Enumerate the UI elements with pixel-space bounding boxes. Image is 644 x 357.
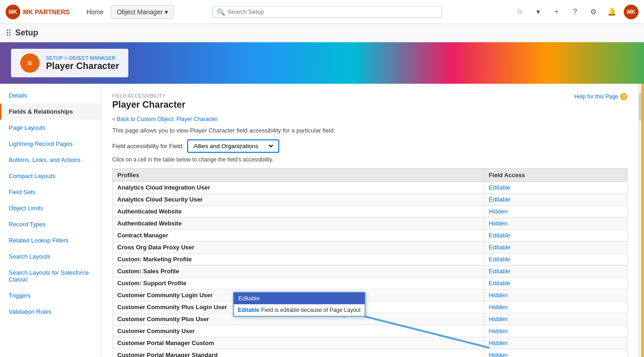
access-cell[interactable]: Editable — [484, 230, 627, 242]
access-link[interactable]: Hidden — [489, 220, 508, 227]
help-icon: ? — [620, 93, 627, 100]
access-link[interactable]: Hidden — [489, 328, 508, 334]
nav-object-manager[interactable]: Object Manager ▾ — [111, 5, 174, 19]
sidebar-item-details[interactable]: Details — [0, 87, 101, 104]
search-input[interactable] — [228, 8, 437, 15]
access-link[interactable]: Editable — [489, 244, 511, 251]
sidebar-item-lightning-record-pages[interactable]: Lightning Record Pages — [0, 136, 101, 152]
access-link[interactable]: Hidden — [489, 208, 508, 215]
field-dropdown[interactable]: Allies and Organizations — [187, 139, 279, 153]
table-row: Customer Portal Manager CustomHidden — [113, 337, 627, 349]
content-section-label: Field Accessibility — [112, 93, 627, 98]
access-link[interactable]: Hidden — [489, 351, 508, 357]
table-row: Authenticated WebsiteHidden — [113, 218, 627, 230]
field-dropdown-select[interactable]: Allies and Organizations — [192, 142, 275, 150]
access-link[interactable]: Editable — [489, 268, 511, 275]
org-name: MK PARTNERS — [23, 8, 70, 16]
content-area: Help for this Page ? Field Accessibility… — [101, 84, 638, 357]
user-avatar[interactable]: MK — [624, 5, 638, 19]
access-link[interactable]: Editable — [489, 196, 511, 203]
access-link[interactable]: Editable — [489, 184, 511, 191]
access-link[interactable]: Hidden — [489, 316, 508, 322]
access-cell[interactable]: Editable — [484, 194, 627, 206]
table-row: Customer Community Plus UserHidden — [113, 313, 627, 325]
yellow-accent-bar — [641, 84, 644, 357]
access-cell[interactable]: Editable — [484, 182, 627, 194]
profile-cell: Contract Manager — [113, 230, 484, 242]
field-access-label: Field accessibility for Field: — [112, 143, 184, 150]
access-cell[interactable]: Editable — [484, 253, 627, 265]
top-nav-icons: ☆ ▾ ＋ ? ⚙ 🔔 MK — [513, 5, 638, 19]
sidebar-item-search-layouts-classic[interactable]: Search Layouts for Salesforce Classic — [0, 265, 101, 288]
table-row: Customer Portal Manager StandardHidden — [113, 349, 627, 357]
setup-title: Setup — [15, 28, 38, 38]
notifications-icon[interactable]: 🔔 — [605, 6, 618, 18]
add-icon[interactable]: ＋ — [550, 6, 563, 18]
access-cell[interactable]: Hidden — [484, 337, 627, 349]
access-link[interactable]: Hidden — [489, 292, 508, 299]
table-row: Cross Org Data Proxy UserEditable — [113, 242, 627, 253]
access-cell[interactable]: Editable — [484, 277, 627, 289]
sidebar-item-page-layouts[interactable]: Page Layouts — [0, 120, 101, 136]
sidebar-item-related-lookup-filters[interactable]: Related Lookup Filters — [0, 232, 101, 248]
access-link[interactable]: Editable — [489, 280, 511, 287]
grid-icon[interactable]: ⠿ — [6, 28, 12, 38]
profile-cell: Customer Portal Manager Standard — [113, 349, 484, 357]
sidebar-item-compact-layouts[interactable]: Compact Layouts — [0, 168, 101, 184]
access-cell[interactable]: Hidden — [484, 289, 627, 301]
table-row: Customer Community Login UserHidden — [113, 289, 627, 301]
table-row: Contract ManagerEditable — [113, 230, 627, 242]
access-link[interactable]: Editable — [489, 256, 511, 263]
popup-tooltip: Editable Field is editable because of Pa… — [234, 304, 365, 316]
table-row: Analytics Cloud Security UserEditable — [113, 194, 627, 206]
profile-cell: Cross Org Data Proxy User — [113, 242, 484, 253]
sidebar-item-field-sets[interactable]: Field Sets — [0, 184, 101, 200]
profile-cell: Authenticated Website — [113, 218, 484, 230]
access-cell[interactable]: Hidden — [484, 218, 627, 230]
table-wrapper: Profiles Field Access Analytics Cloud In… — [112, 168, 627, 357]
search-icon: 🔍 — [217, 8, 225, 16]
content-title: Player Character — [112, 99, 627, 110]
col-field-access: Field Access — [484, 169, 627, 182]
favorites-icon[interactable]: ☆ — [513, 6, 526, 18]
nav-home[interactable]: Home — [81, 6, 109, 18]
profile-cell: Authenticated Website — [113, 206, 484, 218]
org-logo[interactable]: MK MK PARTNERS — [6, 5, 70, 19]
sidebar-item-validation-rules[interactable]: Validation Rules — [0, 304, 101, 320]
access-cell[interactable]: Hidden — [484, 325, 627, 337]
sidebar-item-triggers[interactable]: Triggers — [0, 288, 101, 304]
main-nav: Home Object Manager ▾ — [81, 5, 174, 19]
content-description: This page allows you to view Player Char… — [112, 127, 627, 134]
sidebar-item-buttons-links-actions[interactable]: Buttons, Links, and Actions — [0, 152, 101, 168]
breadcrumb-setup[interactable]: SETUP — [46, 55, 63, 61]
sidebar-item-fields-relationships[interactable]: Fields & Relationships — [0, 104, 101, 120]
access-cell[interactable]: Hidden — [484, 206, 627, 218]
field-access-row: Field accessibility for Field: Allies an… — [112, 139, 627, 153]
settings-icon[interactable]: ⚙ — [587, 6, 600, 18]
sidebar-item-record-types[interactable]: Record Types — [0, 216, 101, 232]
access-cell[interactable]: Editable — [484, 242, 627, 253]
access-table: Profiles Field Access Analytics Cloud In… — [112, 168, 627, 357]
favorites-dropdown-icon[interactable]: ▾ — [532, 6, 545, 18]
help-link[interactable]: Help for this Page ? — [575, 93, 627, 100]
access-cell[interactable]: Hidden — [484, 349, 627, 357]
back-link[interactable]: « Back to Custom Object: Player Characte… — [112, 116, 218, 122]
sidebar-item-search-layouts[interactable]: Search Layouts — [0, 248, 101, 265]
access-link[interactable]: Hidden — [489, 340, 508, 346]
breadcrumb-object-manager[interactable]: OBJECT MANAGER — [69, 55, 115, 61]
access-link[interactable]: Editable — [489, 232, 511, 239]
table-row: Authenticated WebsiteHidden — [113, 206, 627, 218]
profile-cell: Custom: Sales Profile — [113, 265, 484, 277]
sidebar-item-object-limits[interactable]: Object Limits — [0, 200, 101, 216]
click-info: Click on a cell in the table below to ch… — [112, 156, 627, 163]
search-bar[interactable]: 🔍 — [212, 6, 442, 18]
profile-cell: Custom: Marketing Profile — [113, 253, 484, 265]
access-cell[interactable]: Editable — [484, 265, 627, 277]
hero-banner: ≡ SETUP > OBJECT MANAGER Player Characte… — [0, 42, 644, 84]
help-icon[interactable]: ? — [569, 6, 581, 18]
popup-option-editable[interactable]: Editable — [234, 293, 365, 304]
tooltip-label: Editable — [238, 307, 259, 313]
access-cell[interactable]: Hidden — [484, 301, 627, 313]
access-cell[interactable]: Hidden — [484, 313, 627, 325]
access-link[interactable]: Hidden — [489, 304, 508, 311]
